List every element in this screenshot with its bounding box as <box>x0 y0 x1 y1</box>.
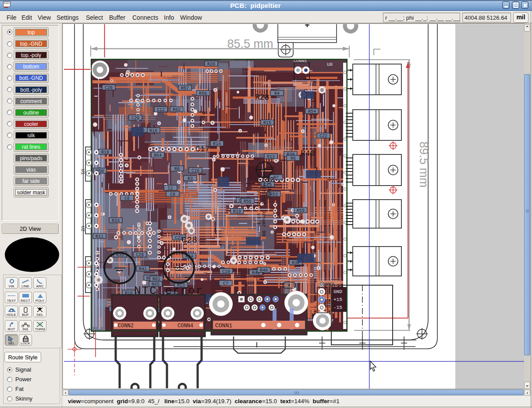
svg-text:R28: R28 <box>255 93 269 102</box>
svg-text:R40: R40 <box>301 149 315 158</box>
svg-text:C28: C28 <box>181 235 197 245</box>
svg-text:C17: C17 <box>195 145 209 154</box>
svg-text:89.5 mm: 89.5 mm <box>417 141 430 187</box>
svg-text:CONN2: CONN2 <box>118 323 134 329</box>
svg-text:U8: U8 <box>327 62 333 67</box>
svg-text:ElektronIQ, Januar 09: ElektronIQ, Januar 09 <box>261 175 266 236</box>
svg-text:U2: U2 <box>80 226 85 232</box>
svg-text:+15: +15 <box>333 297 342 302</box>
svg-text:CONN4: CONN4 <box>177 323 193 329</box>
svg-text:PID-Peltier, v3.1: PID-Peltier, v3.1 <box>256 175 261 225</box>
svg-text:GND: GND <box>333 289 342 294</box>
svg-text:CONN1: CONN1 <box>215 322 232 329</box>
svg-text:85.5 mm: 85.5 mm <box>227 37 273 50</box>
svg-text:CONN3: CONN3 <box>319 282 334 287</box>
svg-text:U1: U1 <box>80 169 85 175</box>
svg-text:-15: -15 <box>333 305 342 310</box>
